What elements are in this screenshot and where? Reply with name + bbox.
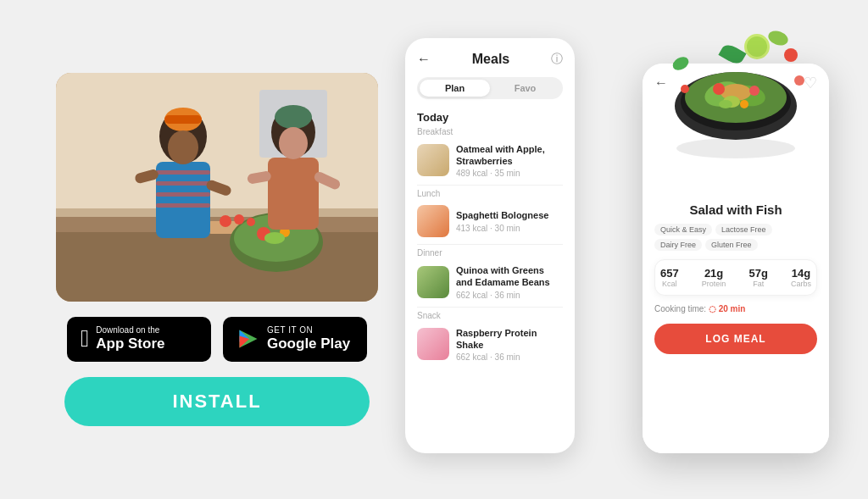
protein-value: 21g [704, 267, 723, 280]
info-icon[interactable]: ⓘ [551, 52, 563, 67]
install-button[interactable]: INSTALL [64, 377, 370, 426]
apple-icon:  [81, 327, 89, 351]
svg-rect-15 [156, 170, 210, 175]
app-store-small-text: Download on the [96, 325, 164, 335]
meals-title: Meals [472, 52, 509, 67]
salad-bowl-container [659, 13, 812, 165]
nutrition-kcal: 657 Kcal [660, 267, 679, 288]
meal-item-quinoa[interactable]: Quinoa with Greens and Edamame Beans 662… [405, 259, 575, 305]
svg-point-42 [719, 100, 732, 108]
fat-value: 57g [748, 267, 767, 280]
divider-1 [417, 185, 563, 186]
svg-rect-16 [156, 181, 210, 186]
nutrition-protein: 21g Protein [702, 267, 726, 288]
store-buttons:  Download on the App Store GET IT ON Go… [67, 317, 367, 361]
svg-rect-18 [156, 203, 210, 208]
carbs-value: 14g [792, 267, 810, 280]
svg-point-38 [713, 83, 725, 95]
svg-rect-2 [56, 225, 378, 302]
meal-item-oatmeal[interactable]: Oatmeal with Apple, Strawberries 489 kca… [405, 138, 575, 184]
google-play-large-text: Google Play [267, 335, 350, 352]
today-label: Today [405, 104, 575, 125]
meal-info-oatmeal: Oatmeal with Apple, Strawberries 489 kca… [456, 143, 563, 179]
google-play-button[interactable]: GET IT ON Google Play [223, 317, 367, 361]
nutrition-carbs: 14g Carbs [791, 267, 811, 288]
svg-point-43 [784, 48, 798, 62]
app-store-button[interactable]:  Download on the App Store [67, 317, 211, 361]
main-container:  Download on the App Store GET IT ON Go… [0, 0, 868, 499]
svg-point-46 [670, 53, 691, 72]
svg-point-45 [794, 75, 804, 86]
svg-rect-24 [268, 158, 319, 230]
left-section:  Download on the App Store GET IT ON Go… [39, 73, 395, 425]
back-arrow-icon[interactable]: ← [417, 52, 431, 67]
svg-point-39 [749, 86, 760, 96]
salad-title: Salad with Fish [654, 202, 817, 217]
meal-info-spaghetti: Spaghetti Bolognese 413 kcal · 30 min [456, 209, 563, 232]
kcal-value: 657 [660, 267, 679, 280]
app-store-large-text: App Store [96, 335, 164, 352]
log-meal-label: LOG MEAL [705, 333, 765, 345]
svg-point-47 [681, 85, 689, 93]
meal-thumb-shake [417, 328, 449, 360]
meal-meta-quinoa: 662 kcal · 36 min [456, 291, 563, 300]
meal-name-spaghetti: Spaghetti Bolognese [456, 209, 563, 221]
meal-thumb-spaghetti [417, 205, 449, 237]
svg-point-41 [740, 100, 748, 108]
tab-plan[interactable]: Plan [420, 80, 490, 97]
meal-item-shake[interactable]: Raspberry Protein Shake 662 kcal · 36 mi… [405, 322, 575, 368]
kitchen-photo [56, 73, 378, 302]
svg-point-28 [220, 215, 231, 227]
cooking-time: Cooking time: ◌ 20 min [654, 304, 817, 313]
meal-thumb-quinoa [417, 266, 449, 298]
svg-point-44 [766, 28, 790, 47]
meal-item-spaghetti[interactable]: Spaghetti Bolognese 413 kcal · 30 min [405, 200, 575, 242]
meal-name-oatmeal: Oatmeal with Apple, Strawberries [456, 143, 563, 168]
nutrition-row: 657 Kcal 21g Protein 57g Fat 14g [654, 259, 817, 296]
meal-meta-shake: 662 kcal · 36 min [456, 352, 563, 362]
right-section: ← Meals ⓘ Plan Favo Today Breakfast Oatm… [405, 21, 829, 479]
meal-info-quinoa: Quinoa with Greens and Edamame Beans 662… [456, 264, 563, 300]
tag-quick-easy: Quick & Easy [654, 224, 712, 236]
svg-point-29 [234, 214, 244, 225]
meal-meta-spaghetti: 413 kcal · 30 min [456, 224, 563, 233]
fat-label: Fat [753, 280, 764, 288]
divider-3 [417, 307, 563, 308]
svg-point-30 [247, 218, 255, 226]
tab-favo[interactable]: Favo [490, 80, 560, 97]
svg-rect-17 [156, 192, 210, 197]
carbs-label: Carbs [791, 280, 811, 288]
snack-category: Snack [405, 309, 575, 322]
breakfast-category: Breakfast [405, 125, 575, 138]
tag-gluten-free: Gluten Free [705, 239, 758, 251]
tags-row: Quick & Easy Lactose Free Dairy Free Glu… [654, 224, 817, 251]
svg-rect-13 [164, 115, 202, 124]
google-play-small-text: GET IT ON [267, 325, 350, 335]
meal-name-quinoa: Quinoa with Greens and Edamame Beans [456, 264, 563, 289]
log-meal-button[interactable]: LOG MEAL [654, 324, 817, 354]
meal-thumb-oatmeal [417, 144, 449, 176]
lunch-category: Lunch [405, 187, 575, 200]
nutrition-fat: 57g Fat [748, 267, 767, 288]
phone-front: ← ♡ Salad with Fish Quick & Easy Lactose… [643, 64, 829, 453]
google-play-icon [236, 327, 260, 351]
svg-point-31 [676, 138, 795, 158]
svg-point-23 [275, 105, 312, 129]
svg-point-27 [279, 127, 308, 159]
dinner-category: Dinner [405, 247, 575, 259]
protein-label: Protein [702, 280, 726, 288]
cooking-time-value: ◌ 20 min [709, 304, 745, 313]
meal-name-shake: Raspberry Protein Shake [456, 327, 563, 352]
divider-2 [417, 244, 563, 245]
salad-detail-body: Salad with Fish Quick & Easy Lactose Fre… [643, 202, 829, 453]
kcal-label: Kcal [662, 280, 677, 288]
tag-lactose-free: Lactose Free [715, 224, 772, 236]
svg-point-21 [168, 130, 198, 164]
phone-back: ← Meals ⓘ Plan Favo Today Breakfast Oatm… [405, 38, 575, 453]
tag-dairy-free: Dairy Free [654, 239, 702, 251]
phone-back-header: ← Meals ⓘ [405, 38, 575, 72]
meal-meta-oatmeal: 489 kcal · 35 min [456, 169, 563, 178]
tab-bar: Plan Favo [417, 77, 563, 99]
install-button-label: INSTALL [172, 391, 261, 413]
svg-point-10 [264, 232, 285, 244]
